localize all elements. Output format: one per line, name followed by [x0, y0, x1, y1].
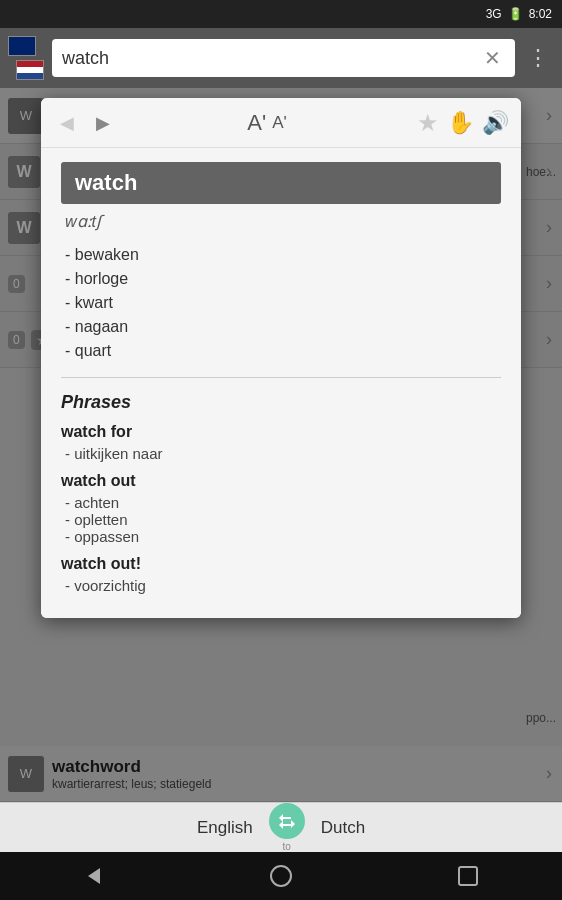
swap-arrow-icon [269, 803, 305, 839]
recents-nav-button[interactable] [438, 856, 498, 896]
translation-item: - nagaan [61, 315, 501, 339]
translation-item: - kwart [61, 291, 501, 315]
recents-nav-icon [454, 862, 482, 890]
dutch-flag [16, 60, 44, 80]
modal-prev-button[interactable]: ◀ [53, 109, 81, 137]
translation-item: - quart [61, 339, 501, 363]
search-input[interactable] [62, 48, 480, 69]
modal-hand-button[interactable]: ✋ [447, 110, 474, 136]
home-nav-icon [267, 862, 295, 890]
phrase-translation: - oppassen [61, 528, 501, 545]
status-bar: 3G 🔋 8:02 [0, 0, 562, 28]
phrase-label: watch for [61, 423, 501, 441]
phrase-translation: - uitkijken naar [61, 445, 501, 462]
back-nav-button[interactable] [64, 856, 124, 896]
home-nav-button[interactable] [251, 856, 311, 896]
battery-icon: 🔋 [508, 7, 523, 21]
translation-bar: English to Dutch [0, 802, 562, 852]
svg-rect-2 [459, 867, 477, 885]
main-area: W watch › W › W › 0 › [0, 88, 562, 802]
signal-indicator: 3G [486, 7, 502, 21]
target-language: Dutch [321, 818, 365, 838]
nav-bar [0, 852, 562, 900]
to-label: to [283, 841, 291, 852]
translation-item: - bewaken [61, 243, 501, 267]
translation-item: - horloge [61, 267, 501, 291]
swap-icon-svg [276, 810, 298, 832]
modal-speaker-button[interactable]: 🔊 [482, 110, 509, 136]
modal-toolbar: ◀ ▶ A' A' ★ ✋ 🔊 [41, 98, 521, 148]
menu-button[interactable]: ⋮ [523, 45, 554, 71]
phrase-watch-out: watch out - achten - opletten - oppassen [61, 472, 501, 545]
modal-divider [61, 377, 501, 378]
phrase-watch-for: watch for - uitkijken naar [61, 423, 501, 462]
modal-star-button[interactable]: ★ [417, 109, 439, 137]
modal-content: watch wɑːtʃ - bewaken - horloge - kwart … [41, 148, 521, 618]
back-nav-icon [80, 862, 108, 890]
phrase-translation: - achten [61, 494, 501, 511]
modal-overlay: ◀ ▶ A' A' ★ ✋ 🔊 watch wɑːtʃ - bewaken - … [0, 88, 562, 802]
font-decrease-button[interactable]: A' [272, 113, 287, 133]
clear-button[interactable]: ✕ [480, 46, 505, 70]
font-increase-button[interactable]: A' [247, 110, 266, 136]
modal-phonetic: wɑːtʃ [61, 212, 501, 231]
search-bar: ✕ ⋮ [0, 28, 562, 88]
phrase-label: watch out! [61, 555, 501, 573]
phrase-label: watch out [61, 472, 501, 490]
modal-dialog: ◀ ▶ A' A' ★ ✋ 🔊 watch wɑːtʃ - bewaken - … [41, 98, 521, 618]
svg-marker-0 [88, 868, 100, 884]
modal-translations: - bewaken - horloge - kwart - nagaan - q… [61, 243, 501, 363]
swap-language-button[interactable]: to [269, 803, 305, 852]
search-input-wrap[interactable]: ✕ [52, 39, 515, 77]
back-button[interactable] [8, 40, 44, 76]
phrase-translation: - opletten [61, 511, 501, 528]
modal-font-controls: A' A' [125, 110, 409, 136]
english-flag [8, 36, 36, 56]
modal-phrases-title: Phrases [61, 392, 501, 413]
svg-point-1 [271, 866, 291, 886]
language-flag [8, 36, 44, 80]
phrase-watch-out-excl: watch out! - voorzichtig [61, 555, 501, 594]
source-language: English [197, 818, 253, 838]
clock: 8:02 [529, 7, 552, 21]
phrase-translation: - voorzichtig [61, 577, 501, 594]
modal-word-header: watch [61, 162, 501, 204]
modal-next-button[interactable]: ▶ [89, 109, 117, 137]
